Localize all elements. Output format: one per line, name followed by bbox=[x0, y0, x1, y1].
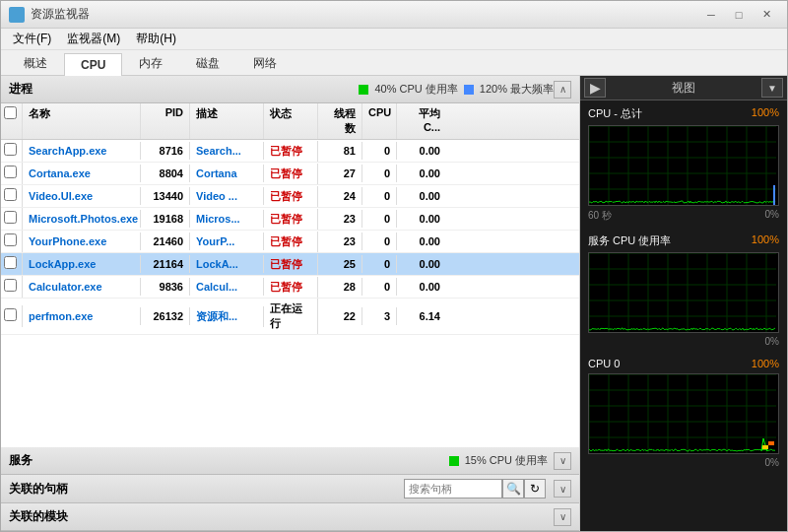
right-panel-view-dropdown[interactable]: ▼ bbox=[761, 78, 783, 98]
table-row[interactable]: Calculator.exe 9836 Calcul... 已暂停 28 0 0… bbox=[1, 276, 579, 299]
header-name: 名称 bbox=[23, 103, 141, 139]
row-checkbox[interactable] bbox=[4, 233, 17, 246]
green-indicator bbox=[359, 85, 368, 95]
service-cpu-canvas bbox=[589, 253, 776, 332]
row-threads: 25 bbox=[318, 255, 362, 273]
table-row[interactable]: perfmon.exe 26132 资源和... 正在运行 22 3 6.14 bbox=[1, 299, 579, 335]
table-row[interactable]: Video.UI.exe 13440 Video ... 已暂停 24 0 0.… bbox=[1, 185, 579, 208]
row-status: 已暂停 bbox=[264, 277, 318, 298]
cpu-total-graph bbox=[588, 125, 779, 206]
tab-overview[interactable]: 概述 bbox=[7, 50, 64, 76]
row-threads: 28 bbox=[318, 278, 362, 296]
row-desc: Calcul... bbox=[190, 278, 264, 296]
row-checkbox[interactable] bbox=[4, 279, 17, 292]
handle-search-input[interactable] bbox=[404, 479, 502, 499]
row-threads: 81 bbox=[318, 142, 362, 160]
tab-disk[interactable]: 磁盘 bbox=[179, 50, 236, 76]
tab-network[interactable]: 网络 bbox=[236, 50, 294, 76]
service-collapse-button[interactable]: ∨ bbox=[554, 452, 571, 470]
cpu0-percent: 100% bbox=[752, 358, 779, 369]
handle-header[interactable]: 关联的句柄 🔍 ↻ ∨ bbox=[1, 475, 579, 502]
row-threads: 23 bbox=[318, 233, 362, 250]
table-row[interactable]: LockApp.exe 21164 LockA... 已暂停 25 0 0.00 bbox=[1, 253, 579, 276]
module-title: 关联的模块 bbox=[9, 508, 554, 525]
row-checkbox[interactable] bbox=[4, 256, 17, 269]
row-checkbox[interactable] bbox=[4, 143, 17, 156]
row-check bbox=[1, 163, 23, 184]
minimize-button[interactable]: ─ bbox=[698, 5, 724, 25]
header-check bbox=[1, 103, 23, 139]
menu-help[interactable]: 帮助(H) bbox=[128, 29, 184, 49]
handle-search-button[interactable]: 🔍 bbox=[502, 479, 524, 499]
row-cpu: 0 bbox=[362, 210, 397, 228]
row-avgcpu: 0.00 bbox=[397, 278, 446, 296]
row-threads: 23 bbox=[318, 210, 362, 228]
cpu0-zero: 0% bbox=[765, 457, 779, 468]
select-all-checkbox[interactable] bbox=[4, 106, 17, 119]
handle-refresh-button[interactable]: ↻ bbox=[524, 479, 546, 499]
row-avgcpu: 0.00 bbox=[397, 210, 446, 228]
cpu-total-canvas bbox=[589, 126, 776, 205]
cpu-total-label: CPU - 总计 100% bbox=[584, 104, 783, 123]
row-checkbox[interactable] bbox=[4, 188, 17, 201]
row-pid: 13440 bbox=[141, 187, 190, 205]
right-panel-expand-button[interactable]: ▶ bbox=[584, 78, 606, 98]
row-pid: 8804 bbox=[141, 165, 190, 182]
table-row[interactable]: Cortana.exe 8804 Cortana 已暂停 27 0 0.00 bbox=[1, 163, 579, 185]
handle-collapse-button[interactable]: ∨ bbox=[554, 480, 571, 498]
menu-file[interactable]: 文件(F) bbox=[5, 29, 59, 49]
row-name: Cortana.exe bbox=[23, 165, 141, 182]
service-cpu-usage: 15% CPU 使用率 bbox=[465, 453, 548, 468]
row-status: 已暂停 bbox=[264, 209, 318, 230]
module-collapse-button[interactable]: ∨ bbox=[554, 508, 571, 526]
row-desc: 资源和... bbox=[190, 306, 264, 327]
cpu-total-zero: 0% bbox=[765, 209, 779, 223]
cpu0-footer: 0% bbox=[584, 456, 783, 469]
row-name: Video.UI.exe bbox=[23, 187, 141, 205]
table-row[interactable]: Microsoft.Photos.exe 19168 Micros... 已暂停… bbox=[1, 208, 579, 231]
row-check bbox=[1, 140, 23, 162]
row-avgcpu: 0.00 bbox=[397, 165, 446, 182]
row-check bbox=[1, 185, 23, 207]
process-collapse-button[interactable]: ∧ bbox=[554, 81, 571, 99]
table-row[interactable]: SearchApp.exe 8716 Search... 已暂停 81 0 0.… bbox=[1, 140, 579, 163]
row-avgcpu: 0.00 bbox=[397, 255, 446, 273]
row-check bbox=[1, 305, 23, 327]
header-threads: 线程数 bbox=[318, 103, 362, 139]
cpu-total-percent: 100% bbox=[752, 106, 779, 121]
tab-cpu[interactable]: CPU bbox=[64, 53, 122, 76]
row-name: YourPhone.exe bbox=[23, 233, 141, 250]
row-status: 已暂停 bbox=[264, 232, 318, 252]
main-window: 资源监视器 ─ □ ✕ 文件(F) 监视器(M) 帮助(H) 概述 CPU 内存… bbox=[0, 0, 788, 532]
module-section-header[interactable]: 关联的模块 ∨ bbox=[1, 503, 579, 531]
process-title: 进程 bbox=[9, 81, 359, 98]
table-row[interactable]: YourPhone.exe 21460 YourP... 已暂停 23 0 0.… bbox=[1, 231, 579, 253]
header-desc: 描述 bbox=[190, 103, 264, 139]
row-cpu: 0 bbox=[362, 165, 397, 182]
row-checkbox[interactable] bbox=[4, 308, 17, 321]
row-pid: 19168 bbox=[141, 210, 190, 228]
process-section-header[interactable]: 进程 40% CPU 使用率 120% 最大频率 ∧ bbox=[1, 76, 579, 103]
row-avgcpu: 0.00 bbox=[397, 142, 446, 160]
window-controls: ─ □ ✕ bbox=[698, 5, 779, 25]
process-table[interactable]: 名称 PID 描述 状态 线程数 CPU 平均 C... SearchApp.e… bbox=[1, 103, 579, 447]
menu-monitor[interactable]: 监视器(M) bbox=[59, 29, 128, 49]
row-pid: 21164 bbox=[141, 255, 190, 273]
row-name: SearchApp.exe bbox=[23, 142, 141, 160]
maximize-button[interactable]: □ bbox=[726, 5, 752, 25]
row-cpu: 0 bbox=[362, 233, 397, 250]
left-panel: 进程 40% CPU 使用率 120% 最大频率 ∧ 名称 PID 描述 bbox=[1, 76, 580, 531]
tab-memory[interactable]: 内存 bbox=[122, 50, 179, 76]
service-cpu-info: 15% CPU 使用率 bbox=[449, 453, 548, 468]
row-threads: 27 bbox=[318, 165, 362, 182]
cpu0-label: CPU 0 100% bbox=[584, 356, 783, 371]
service-cpu-label: 服务 CPU 使用率 100% bbox=[584, 232, 783, 250]
header-status: 状态 bbox=[264, 103, 318, 139]
process-cpu-info: 40% CPU 使用率 120% 最大频率 bbox=[359, 82, 554, 97]
row-status: 已暂停 bbox=[264, 254, 318, 275]
row-checkbox[interactable] bbox=[4, 211, 17, 224]
service-section-header[interactable]: 服务 15% CPU 使用率 ∨ bbox=[1, 447, 579, 475]
close-button[interactable]: ✕ bbox=[754, 5, 779, 25]
row-checkbox[interactable] bbox=[4, 166, 17, 178]
row-desc: YourP... bbox=[190, 233, 264, 250]
